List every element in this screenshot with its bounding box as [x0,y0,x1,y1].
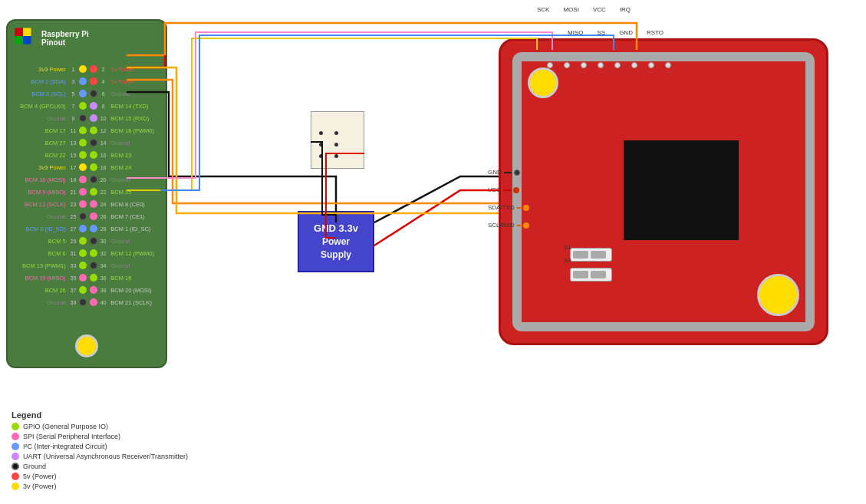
rfid-chip [624,140,739,240]
rfid-module [499,38,828,345]
pin-circle-right [90,212,97,220]
pin-num-left: 27 [69,226,77,232]
pin-circle-right [90,225,97,232]
pin-num-right: 14 [99,140,107,146]
legend-item: SPI (Serial Peripheral Interface) [12,433,188,440]
gpio-area: 3v3 Power125v PowerBCM 2 (SDA)345v Power… [8,63,169,308]
pin-num-right: 12 [99,128,107,133]
pin-num-left: 39 [69,300,77,305]
pin-circle-right [90,274,97,282]
rfid-mount-tl [528,68,558,98]
legend-dot [12,483,19,490]
pin-num-right: 24 [99,202,107,207]
pin-num-right: 40 [99,300,107,305]
rfid-top-labels: SCK MOSI VCC IRQ [537,6,631,13]
pin-num-right: 2 [99,67,107,72]
pin-row: BCM 63132BCM 12 (PWM0) [8,247,169,259]
pin-row: Ground910BCM 15 (RXD) [8,112,169,124]
pin-circle-right [90,65,97,73]
pin-label-right: BCM 18 (PWM0) [107,127,169,134]
pin-circle-right [90,151,97,159]
pin-row: Ground3940BCM 21 (SCLK) [8,296,169,308]
pin-num-right: 26 [99,214,107,219]
pin-label-left: BCM 26 [8,287,69,294]
pin-row: BCM 4 (GPCLK0)78BCM 14 (TXD) [8,100,169,112]
rpi-logo-icon [14,27,37,50]
pin-label-right: Ground [107,238,169,245]
pin-label-right: BCM 8 (CE0) [107,201,169,208]
pin-circle-right [90,262,97,269]
rfid-switch-area [570,248,612,282]
pin-num-left: 9 [69,116,77,121]
rfid-label-scl: SCL/RXD [488,222,529,229]
rpi-board: Raspberry Pi Pinout 3v3 Power125v PowerB… [6,19,167,368]
diagram: Raspberry Pi Pinout 3v3 Power125v PowerB… [0,0,866,504]
rfid-pin-ss: SS [597,29,605,36]
pin-circle-left [79,212,87,220]
mid-dot [319,143,323,147]
pin-circle-left [79,200,87,208]
rfid-mount-br [757,274,799,316]
pin-row: BCM 11 (SCLK)2324BCM 8 (CE0) [8,198,169,210]
pin-circle-left [79,286,87,294]
rfid-pin-miso: MISO [568,29,583,36]
pin-circle-right [90,102,97,110]
pin-row: BCM 271314Ground [8,137,169,149]
pin-num-left: 25 [69,214,77,219]
legend-title: Legend [12,410,188,420]
rfid-label-sda: SDA/TXD [488,204,529,211]
pin-circle-left [79,90,87,97]
legend-item: GPIO (General Purpose IO) [12,423,188,430]
pin-label-left: BCM 17 [8,127,69,134]
legend: Legend GPIO (General Purpose IO)SPI (Ser… [12,410,188,492]
power-supply: GND 3.3v Power Supply [298,211,374,272]
pin-label-left: BCM 27 [8,140,69,147]
rpi-logo-text: Raspberry Pi Pinout [41,30,89,47]
pin-circle-left [79,151,87,159]
pin-circle-left [79,225,87,232]
legend-item: I²C (Inter-integrated Circuit) [12,443,188,450]
pin-label-right: BCM 1 (ID_SC) [107,226,169,232]
pin-label-left: BCM 6 [8,250,69,257]
pin-num-left: 23 [69,202,77,207]
pin-circle-right [90,237,97,245]
power-supply-label: GND 3.3v [314,222,358,236]
svg-rect-3 [23,36,31,44]
pin-circle-left [79,65,87,73]
pin-circle-left [79,262,87,269]
pin-label-left: BCM 10 (MOSI) [8,176,69,183]
pin-label-left: BCM 2 (SDA) [8,78,69,85]
pin-label-left: BCM 3 (SCL) [8,91,69,97]
pin-circle-right [90,176,97,183]
pin-label-right: 5v Power [107,66,169,73]
pin-label-left: BCM 19 (MISO) [8,275,69,282]
pin-label-left: BCM 11 (SCLK) [8,201,69,208]
legend-label: 5v (Power) [23,473,57,480]
legend-label: SPI (Serial Peripheral Interface) [23,433,120,440]
pin-circle-left [79,176,87,183]
pin-circle-left [79,114,87,122]
pin-num-right: 16 [99,153,107,158]
pin-num-left: 15 [69,153,77,158]
pin-circle-left [79,237,87,245]
pin-circle-left [79,127,87,134]
pin-num-left: 37 [69,288,77,293]
legend-label: I²C (Inter-integrated Circuit) [23,443,107,450]
pin-label-right: Ground [107,140,169,147]
pin-num-left: 13 [69,140,77,146]
pin-label-right: BCM 20 (MOSI) [107,287,169,294]
legend-label: GPIO (General Purpose IO) [23,423,108,430]
pin-circle-left [79,298,87,306]
pin-num-left: 3 [69,79,77,84]
rfid-pin-rsto: RSTO [647,29,663,36]
pin-label-left: BCM 9 (MISO) [8,189,69,196]
pin-label-right: BCM 23 [107,152,169,159]
pin-circle-right [90,139,97,147]
pin-circle-right [90,298,97,306]
pin-num-right: 32 [99,251,107,256]
legend-dot [12,433,19,440]
pin-label-left: BCM 4 (GPCLK0) [8,103,69,110]
rfid-s1: S1 [564,244,571,251]
mid-dot [334,143,338,147]
pin-label-left: Ground [8,299,69,306]
